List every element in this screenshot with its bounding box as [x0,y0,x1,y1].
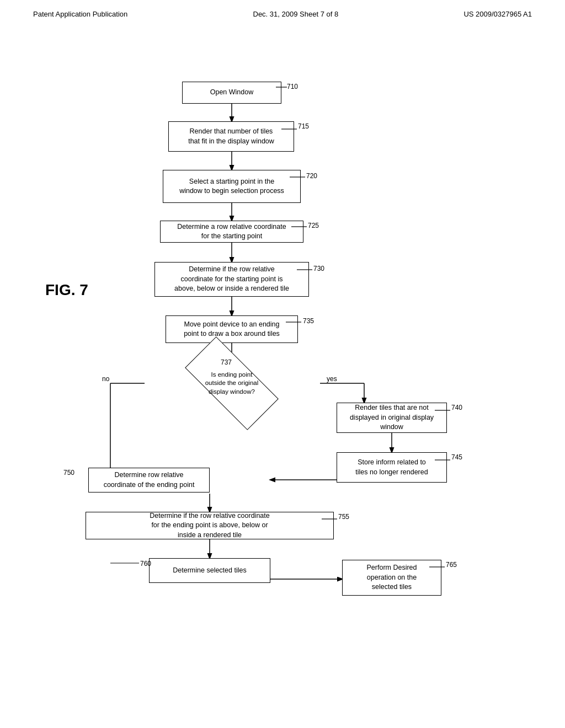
step-720: Select a starting point in the window to… [163,170,301,203]
step-730: Determine if the row relative coordinate… [154,262,309,297]
step-765: Perform Desired operation on the selecte… [342,560,441,596]
leader-735 [286,319,305,325]
step-755: Determine if the row relative coordinate… [86,512,334,539]
step-750: Determine row relative coordinate of the… [88,468,210,493]
step-725: Determine a row relative coordinate for … [160,221,303,243]
step-760: Determine selected tiles [149,558,270,583]
leader-765 [429,564,449,570]
header-left: Patent Application Publication [33,10,127,18]
leader-740 [435,407,454,414]
leader-720 [290,174,309,180]
step-735: Move point device to an ending point to … [166,315,298,343]
step-745: Store inform related to tiles no longer … [337,452,447,483]
leader-760 [110,560,142,566]
header-center: Dec. 31, 2009 Sheet 7 of 8 [253,10,339,18]
leader-715 [281,126,301,132]
num-750: 750 [63,469,74,477]
leader-710 [276,82,292,93]
flowchart: Open Window 710 Render that number of ti… [0,66,565,717]
step-740: Render tiles that are not displayed in o… [337,403,447,433]
header-right: US 2009/0327965 A1 [463,10,532,18]
leader-730 [297,266,316,273]
yes-label: yes [327,375,337,383]
step-737: Is ending point outside the original dis… [145,361,319,405]
no-label: no [102,375,109,383]
num-737: 737 [221,358,232,366]
step-715: Render that number of tiles that fit in … [168,121,294,152]
leader-725 [291,223,311,230]
page-header: Patent Application Publication Dec. 31, … [0,0,565,18]
leader-755 [322,516,341,522]
step-710: Open Window [182,82,281,104]
leader-745 [435,457,454,463]
